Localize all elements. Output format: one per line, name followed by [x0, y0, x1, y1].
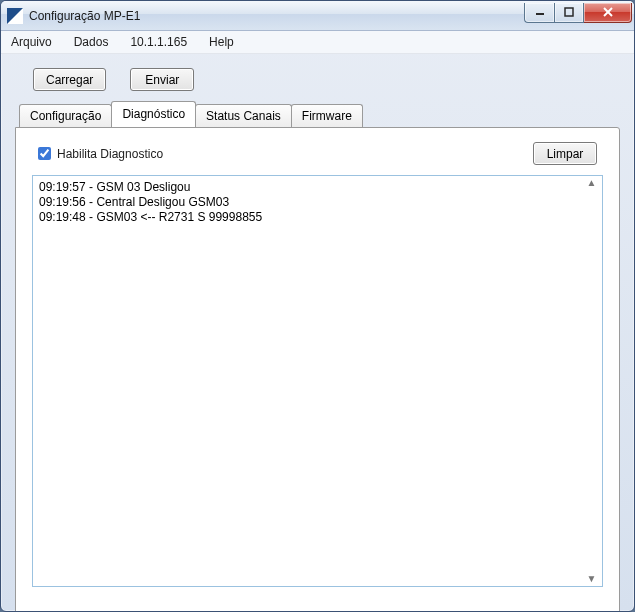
- tab-panel-diagnostico: Habilita Diagnostico Limpar 09:19:57 - G…: [15, 127, 620, 612]
- tab-status-canais[interactable]: Status Canais: [195, 104, 292, 128]
- client-area: Carregar Enviar Configuração Diagnóstico…: [1, 54, 634, 612]
- scroll-up-icon: ▲: [583, 178, 600, 188]
- close-button[interactable]: [584, 3, 632, 23]
- enable-diag-label: Habilita Diagnostico: [57, 147, 163, 161]
- menu-dados[interactable]: Dados: [74, 35, 109, 49]
- scroll-down-icon: ▼: [583, 574, 600, 584]
- log-line: 09:19:48 - GSM03 <-- R2731 S 99998855: [39, 210, 582, 225]
- app-icon: [7, 8, 23, 24]
- tab-firmware[interactable]: Firmware: [291, 104, 363, 128]
- minimize-icon: [535, 7, 545, 17]
- log-line: 09:19:57 - GSM 03 Desligou: [39, 180, 582, 195]
- tab-configuracao[interactable]: Configuração: [19, 104, 112, 128]
- limpar-button[interactable]: Limpar: [533, 142, 597, 165]
- tab-diagnostico[interactable]: Diagnóstico: [111, 101, 196, 127]
- menu-arquivo[interactable]: Arquivo: [11, 35, 52, 49]
- scrollbar: ▲ ▼: [583, 178, 600, 584]
- carregar-button[interactable]: Carregar: [33, 68, 106, 91]
- maximize-icon: [564, 7, 574, 17]
- menu-help[interactable]: Help: [209, 35, 234, 49]
- menubar: Arquivo Dados 10.1.1.165 Help: [1, 31, 634, 54]
- svg-rect-2: [536, 13, 544, 15]
- svg-rect-3: [565, 8, 573, 16]
- close-icon: [602, 7, 614, 17]
- app-window: Configuração MP-E1 Arquivo Dados 10.1.1.…: [0, 0, 635, 612]
- diag-log[interactable]: 09:19:57 - GSM 03 Desligou09:19:56 - Cen…: [32, 175, 603, 587]
- titlebar: Configuração MP-E1: [1, 1, 634, 31]
- minimize-button[interactable]: [524, 3, 554, 23]
- toolbar: Carregar Enviar: [15, 60, 620, 103]
- diag-log-content: 09:19:57 - GSM 03 Desligou09:19:56 - Cen…: [39, 180, 582, 225]
- log-line: 09:19:56 - Central Desligou GSM03: [39, 195, 582, 210]
- enviar-button[interactable]: Enviar: [130, 68, 194, 91]
- enable-diag-checkbox[interactable]: [38, 147, 51, 160]
- menu-ip[interactable]: 10.1.1.165: [130, 35, 187, 49]
- window-title: Configuração MP-E1: [29, 9, 140, 23]
- tabstrip: Configuração Diagnóstico Status Canais F…: [15, 103, 620, 127]
- enable-diag-wrap: Habilita Diagnostico: [38, 147, 163, 161]
- maximize-button[interactable]: [554, 3, 584, 23]
- window-controls: [524, 3, 632, 23]
